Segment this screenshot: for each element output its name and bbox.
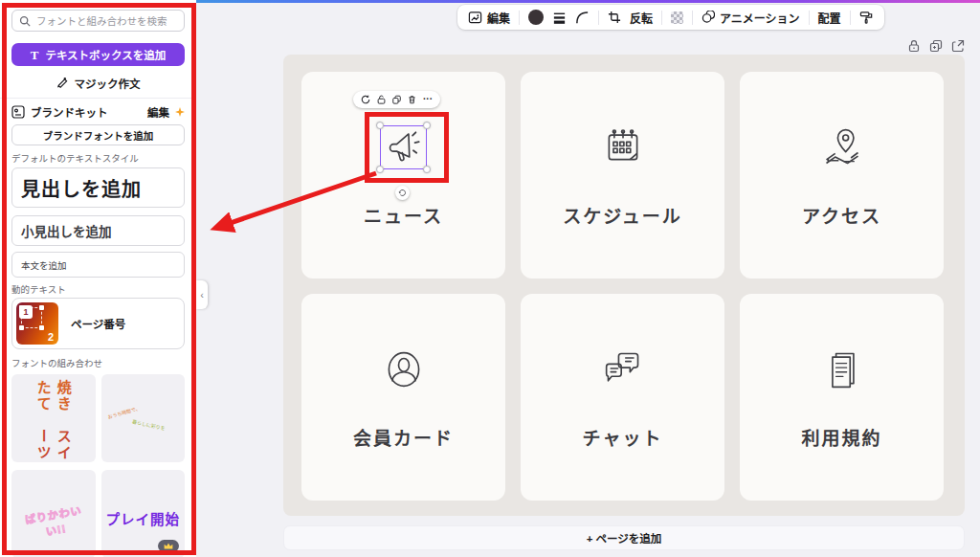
search-icon bbox=[19, 15, 31, 27]
lock-button[interactable] bbox=[907, 39, 921, 53]
replace-icon[interactable] bbox=[361, 95, 370, 104]
font-combo-sweets[interactable]: 焼きたて スイーツ bbox=[11, 374, 96, 462]
card-access[interactable]: アクセス bbox=[740, 72, 944, 278]
page-number-thumbnail: 1 2 bbox=[16, 302, 58, 345]
rotate-handle[interactable] bbox=[395, 186, 410, 200]
edit-label: 編集 bbox=[487, 10, 510, 26]
toolbar-divider bbox=[598, 11, 599, 25]
animation-icon bbox=[702, 11, 715, 24]
add-heading-button[interactable]: 見出しを追加 bbox=[11, 167, 185, 208]
toolbar-divider bbox=[809, 11, 810, 25]
page-actions bbox=[907, 39, 965, 53]
font-combo-play-start[interactable]: プレイ開始 bbox=[101, 470, 186, 557]
toolbar-divider bbox=[850, 11, 851, 25]
font-combo-grid: 焼きたて スイーツ おうち時間で、 暮らしに彩りを ばりかわいい!! プレイ開始 bbox=[11, 374, 185, 557]
transparency-icon[interactable] bbox=[671, 11, 683, 24]
text-panel: T テキストボックスを追加 マジック作文 ブランドキット 編集 ブランドフォント… bbox=[0, 0, 196, 557]
page-number-2: 2 bbox=[48, 331, 54, 343]
edit-image-icon bbox=[468, 11, 482, 25]
stroke-weight-icon[interactable] bbox=[552, 11, 567, 25]
brand-kit-icon bbox=[11, 105, 25, 119]
resize-handle[interactable] bbox=[376, 122, 384, 129]
toolbar-divider bbox=[692, 11, 693, 25]
export-icon bbox=[951, 39, 965, 53]
search-input[interactable] bbox=[36, 15, 177, 27]
card-label: チャット bbox=[521, 424, 724, 450]
megaphone-icon bbox=[385, 129, 423, 166]
member-icon bbox=[383, 348, 425, 390]
page-number-item[interactable]: 1 2 ページ番号 bbox=[11, 298, 185, 349]
lock-icon bbox=[907, 39, 921, 53]
add-page-button[interactable]: + ページを追加 bbox=[283, 525, 965, 550]
brand-kit-edit-link[interactable]: 編集 bbox=[147, 104, 169, 120]
card-news[interactable]: ··· ニュース bbox=[301, 72, 505, 278]
card-label: 利用規約 bbox=[740, 424, 944, 450]
font-combo-home-time[interactable]: おうち時間で、 暮らしに彩りを bbox=[101, 374, 186, 462]
edit-image-button[interactable]: 編集 bbox=[468, 10, 510, 26]
animation-label: アニメーション bbox=[720, 10, 800, 26]
paint-roller-icon[interactable] bbox=[859, 11, 874, 25]
delete-icon[interactable] bbox=[408, 95, 416, 104]
card-chat[interactable]: チャット bbox=[521, 294, 724, 501]
text-icon: T bbox=[31, 49, 39, 61]
magic-write-label: マジック作文 bbox=[75, 76, 141, 91]
card-label: スケジュール bbox=[521, 202, 724, 228]
brand-kit-label: ブランドキット bbox=[31, 104, 142, 120]
combo-arc-text-green: 暮らしに彩りを bbox=[131, 417, 166, 431]
design-page[interactable]: ··· ニュース bbox=[283, 55, 965, 516]
resize-handle[interactable] bbox=[423, 122, 431, 129]
brand-kit-row: ブランドキット 編集 bbox=[11, 104, 185, 119]
animation-button[interactable]: アニメーション bbox=[702, 10, 800, 26]
element-mini-toolbar: ··· bbox=[353, 91, 440, 108]
card-label: 会員カード bbox=[301, 424, 505, 450]
font-combo-kawaii[interactable]: ばりかわいい!! bbox=[11, 470, 96, 557]
combo-vertical-text: 焼きたて スイーツ bbox=[33, 380, 74, 462]
panel-collapse-button[interactable]: ‹ bbox=[196, 280, 208, 309]
search-box[interactable] bbox=[11, 10, 185, 32]
pro-crown-badge bbox=[158, 540, 179, 552]
page-number-label: ページ番号 bbox=[71, 316, 125, 331]
flip-label: 反転 bbox=[630, 10, 653, 26]
card-label: アクセス bbox=[740, 202, 944, 228]
card-terms[interactable]: 利用規約 bbox=[740, 294, 944, 501]
dynamic-text-title: 動的テキスト bbox=[11, 284, 185, 295]
chevron-left-icon: ‹ bbox=[200, 289, 204, 301]
page-number-1: 1 bbox=[19, 305, 33, 319]
add-textbox-button[interactable]: T テキストボックスを追加 bbox=[11, 43, 185, 66]
add-brand-font-button[interactable]: ブランドフォントを追加 bbox=[11, 124, 185, 145]
resize-handle[interactable] bbox=[376, 166, 384, 173]
rotate-icon bbox=[398, 189, 407, 197]
calendar-icon bbox=[603, 126, 643, 167]
selection-box[interactable] bbox=[380, 125, 427, 169]
card-member[interactable]: 会員カード bbox=[301, 294, 505, 501]
duplicate-icon bbox=[929, 39, 943, 53]
font-combinations-title: フォントの組み合わせ bbox=[11, 358, 185, 369]
resize-handle[interactable] bbox=[423, 166, 431, 173]
export-button[interactable] bbox=[951, 39, 965, 53]
unlock-icon[interactable] bbox=[377, 95, 386, 104]
position-button[interactable]: 配置 bbox=[818, 10, 841, 26]
default-text-styles-title: デフォルトのテキストスタイル bbox=[11, 153, 185, 164]
more-options-button[interactable]: ··· bbox=[423, 95, 433, 104]
documents-icon bbox=[823, 348, 861, 390]
color-swatch-button[interactable] bbox=[528, 10, 544, 25]
crown-icon bbox=[164, 543, 173, 549]
flip-button[interactable]: 反転 bbox=[630, 10, 653, 26]
chat-icon bbox=[602, 348, 644, 389]
crop-icon[interactable] bbox=[608, 11, 621, 24]
context-toolbar: 編集 反転 アニメーション 配置 bbox=[457, 5, 884, 30]
card-label: ニュース bbox=[301, 202, 505, 228]
curve-icon[interactable] bbox=[575, 11, 590, 25]
duplicate-page-button[interactable] bbox=[929, 39, 943, 53]
position-label: 配置 bbox=[818, 10, 841, 26]
add-subheading-button[interactable]: 小見出しを追加 bbox=[11, 215, 185, 246]
canva-editor: T テキストボックスを追加 マジック作文 ブランドキット 編集 ブランドフォント… bbox=[0, 0, 980, 557]
add-body-text-button[interactable]: 本文を追加 bbox=[11, 252, 185, 278]
magic-write-button[interactable]: マジック作文 bbox=[11, 74, 185, 92]
card-schedule[interactable]: スケジュール bbox=[521, 72, 724, 278]
toolbar-divider bbox=[519, 11, 520, 25]
add-textbox-label: テキストボックスを追加 bbox=[45, 47, 166, 62]
magic-pen-icon bbox=[56, 77, 69, 89]
duplicate-element-icon[interactable] bbox=[392, 95, 401, 104]
toolbar-divider bbox=[661, 11, 662, 25]
